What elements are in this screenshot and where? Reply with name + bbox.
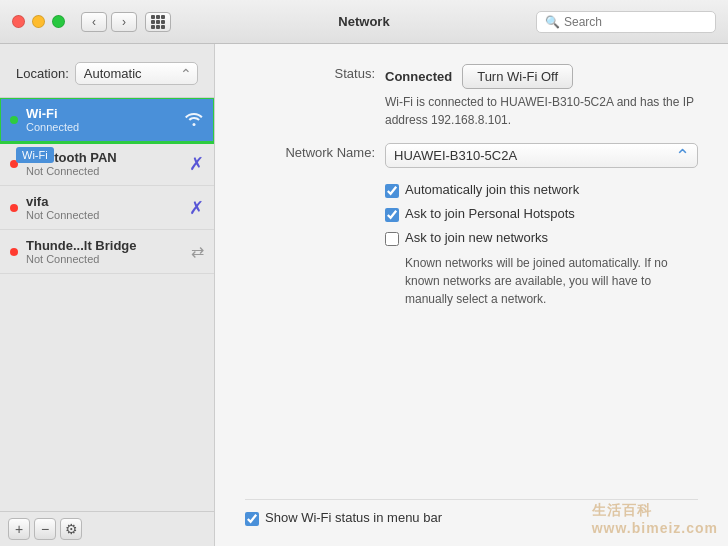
sidebar: Location: Automatic ⌃ Wi-Fi Connected [0, 44, 215, 546]
settings-button[interactable]: ⚙ [60, 518, 82, 540]
location-select-wrapper: Automatic ⌃ [75, 62, 198, 85]
forward-button[interactable]: › [111, 12, 137, 32]
checkboxes-label [245, 182, 375, 184]
network-name-select[interactable]: HUAWEI-B310-5C2A [385, 143, 698, 168]
ask-new-row[interactable]: Ask to join new networks [385, 230, 698, 246]
turn-wifi-off-button[interactable]: Turn Wi-Fi Off [462, 64, 573, 89]
status-field-row: Status: Connected Turn Wi-Fi Off Wi-Fi i… [245, 64, 698, 129]
thunderbolt-icon: ⇄ [191, 242, 204, 261]
checkboxes-value: Automatically join this network Ask to j… [385, 182, 698, 308]
maximize-button[interactable] [52, 15, 65, 28]
titlebar: ‹ › Network 🔍 [0, 0, 728, 44]
sidebar-bottom: + − ⚙ [0, 511, 214, 546]
main-content: Location: Automatic ⌃ Wi-Fi Connected [0, 44, 728, 546]
known-networks-text: Known networks will be joined automatica… [405, 254, 698, 308]
network-name-select-wrapper: HUAWEI-B310-5C2A ⌃ [385, 143, 698, 168]
ask-hotspot-checkbox[interactable] [385, 208, 399, 222]
status-row: Connected Turn Wi-Fi Off [385, 64, 698, 89]
network-status-wifi: Connected [26, 121, 178, 133]
close-button[interactable] [12, 15, 25, 28]
network-name-value: HUAWEI-B310-5C2A ⌃ [385, 143, 698, 168]
network-name-field-row: Network Name: HUAWEI-B310-5C2A ⌃ [245, 143, 698, 168]
network-name-label: Network Name: [245, 143, 375, 160]
minimize-button[interactable] [32, 15, 45, 28]
nav-buttons: ‹ › [81, 12, 137, 32]
ask-new-label: Ask to join new networks [405, 230, 548, 245]
network-item-vifa[interactable]: vifa Not Connected ✗ [0, 186, 214, 230]
location-select[interactable]: Automatic [75, 62, 198, 85]
show-wifi-row[interactable]: Show Wi-Fi status in menu bar [245, 510, 442, 526]
wifi-tooltip: Wi-Fi [16, 147, 54, 163]
remove-network-button[interactable]: − [34, 518, 56, 540]
window-title: Network [338, 14, 389, 29]
wifi-icon [184, 110, 204, 130]
network-info-wifi: Wi-Fi Connected [26, 106, 178, 133]
ask-new-checkbox[interactable] [385, 232, 399, 246]
network-item-wifi[interactable]: Wi-Fi Connected Wi-Fi [0, 98, 214, 142]
network-name-thunderbolt: Thunde...lt Bridge [26, 238, 185, 253]
network-status-thunderbolt: Not Connected [26, 253, 185, 265]
auto-join-row[interactable]: Automatically join this network [385, 182, 698, 198]
checkboxes-row: Automatically join this network Ask to j… [245, 182, 698, 308]
status-dot-wifi [10, 116, 18, 124]
network-item-thunderbolt[interactable]: Thunde...lt Bridge Not Connected ⇄ [0, 230, 214, 274]
network-status-vifa: Not Connected [26, 209, 183, 221]
bottom-row: Show Wi-Fi status in menu bar [245, 499, 698, 526]
status-connected-text: Connected [385, 69, 452, 84]
bluetooth-icon-2: ✗ [189, 197, 204, 219]
grid-icon [151, 15, 165, 29]
network-list: Wi-Fi Connected Wi-Fi Bluetooth PAN [0, 98, 214, 511]
status-dot-vifa [10, 204, 18, 212]
network-status-bluetooth-pan: Not Connected [26, 165, 183, 177]
status-description: Wi-Fi is connected to HUAWEI-B310-5C2A a… [385, 93, 698, 129]
status-dot-thunderbolt [10, 248, 18, 256]
back-button[interactable]: ‹ [81, 12, 107, 32]
grid-button[interactable] [145, 12, 171, 32]
status-value: Connected Turn Wi-Fi Off Wi-Fi is connec… [385, 64, 698, 129]
status-label: Status: [245, 64, 375, 81]
show-wifi-checkbox[interactable] [245, 512, 259, 526]
bluetooth-icon-1: ✗ [189, 153, 204, 175]
location-bar: Location: Automatic ⌃ [0, 54, 214, 98]
network-name-wifi: Wi-Fi [26, 106, 178, 121]
network-info-vifa: vifa Not Connected [26, 194, 183, 221]
ask-hotspot-label: Ask to join Personal Hotspots [405, 206, 575, 221]
auto-join-label: Automatically join this network [405, 182, 579, 197]
location-label: Location: [16, 66, 69, 81]
right-panel: Status: Connected Turn Wi-Fi Off Wi-Fi i… [215, 44, 728, 546]
search-icon: 🔍 [545, 15, 560, 29]
network-name-vifa: vifa [26, 194, 183, 209]
ask-hotspot-row[interactable]: Ask to join Personal Hotspots [385, 206, 698, 222]
network-info-thunderbolt: Thunde...lt Bridge Not Connected [26, 238, 185, 265]
show-wifi-label: Show Wi-Fi status in menu bar [265, 510, 442, 525]
spacer [245, 322, 698, 485]
search-bar[interactable]: 🔍 [536, 11, 716, 33]
add-network-button[interactable]: + [8, 518, 30, 540]
search-input[interactable] [564, 15, 707, 29]
traffic-lights [12, 15, 65, 28]
auto-join-checkbox[interactable] [385, 184, 399, 198]
